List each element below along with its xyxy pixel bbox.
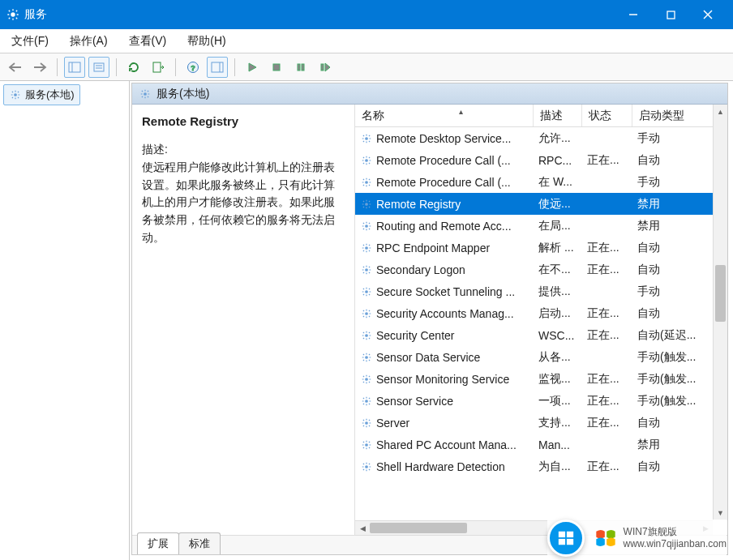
cell-description: 在不...: [534, 263, 582, 277]
cell-description: 提供...: [534, 284, 582, 299]
scroll-thumb[interactable]: [715, 265, 726, 322]
gear-icon: [360, 263, 373, 276]
svg-text:?: ?: [191, 63, 195, 71]
cell-description: WSC...: [534, 329, 582, 342]
menu-help[interactable]: 帮助(H): [182, 31, 230, 52]
table-row[interactable]: Sensor Data Service从各...手动(触发...: [355, 346, 727, 368]
close-button[interactable]: [689, 0, 727, 29]
nav-back-button[interactable]: [5, 57, 26, 78]
cell-startup-type: 手动(触发...: [632, 394, 714, 408]
tab-extended[interactable]: 扩展: [137, 532, 179, 554]
table-row[interactable]: Remote Registry使远...禁用: [355, 193, 727, 215]
cell-service-name: Sensor Monitoring Service: [355, 373, 534, 386]
watermark-line2: www.win7qijianban.com: [624, 538, 727, 550]
svg-point-22: [144, 92, 147, 96]
menu-view[interactable]: 查看(V): [124, 31, 172, 52]
column-header-startup-type[interactable]: 启动类型: [632, 105, 714, 126]
window-title: 服务: [24, 7, 615, 22]
action-pane-button[interactable]: [207, 57, 228, 78]
svg-marker-20: [325, 63, 330, 71]
gear-icon: [360, 373, 373, 386]
table-row[interactable]: RPC Endpoint Mapper解析 ...正在...自动: [355, 237, 727, 259]
stop-service-button[interactable]: [266, 57, 287, 78]
table-row[interactable]: Remote Desktop Service...允许...手动: [355, 127, 727, 149]
svg-rect-42: [567, 539, 573, 545]
service-name-text: Shared PC Account Mana...: [376, 438, 517, 451]
export-list-button[interactable]: [148, 57, 169, 78]
gear-icon: [9, 88, 22, 101]
cell-startup-type: 手动: [632, 284, 714, 299]
table-row[interactable]: Security Accounts Manag...启动...正在...自动: [355, 302, 727, 324]
cell-startup-type: 禁用: [632, 219, 714, 233]
table-row[interactable]: Routing and Remote Acc...在局...禁用: [355, 215, 727, 237]
scroll-thumb[interactable]: [370, 523, 467, 533]
tab-standard[interactable]: 标准: [178, 532, 221, 554]
vertical-scrollbar[interactable]: ▲ ▼: [713, 105, 727, 520]
service-name-text: Sensor Data Service: [376, 351, 480, 364]
table-row[interactable]: Shell Hardware Detection为自...正在...自动: [355, 455, 727, 477]
properties-button[interactable]: [88, 57, 109, 78]
scroll-up-arrow-icon[interactable]: ▲: [714, 105, 727, 119]
table-row[interactable]: Sensor Service一项...正在...手动(触发...: [355, 390, 727, 412]
scroll-track[interactable]: [714, 119, 727, 506]
cell-description: 从各...: [534, 350, 582, 365]
watermark-line1: WIN7旗舰版: [624, 526, 727, 538]
cell-status: 正在...: [582, 328, 632, 343]
gear-icon: [360, 438, 373, 451]
svg-point-26: [365, 203, 368, 206]
column-header-description[interactable]: 描述: [534, 105, 582, 126]
start-service-button[interactable]: [242, 57, 263, 78]
cell-startup-type: 自动(延迟...: [632, 328, 714, 343]
refresh-button[interactable]: [123, 57, 144, 78]
svg-point-35: [365, 400, 368, 403]
description-text: 使远程用户能修改此计算机上的注册表设置。如果此服务被终止，只有此计算机上的用户才…: [142, 159, 345, 246]
maximize-button[interactable]: [652, 0, 689, 29]
pause-service-button[interactable]: [290, 57, 311, 78]
table-row[interactable]: Remote Procedure Call (...在 W...手动: [355, 171, 727, 193]
service-name-text: RPC Endpoint Mapper: [376, 242, 490, 254]
service-name-text: Sensor Service: [376, 395, 453, 408]
table-row[interactable]: Shared PC Account Mana...Man...禁用: [355, 434, 727, 455]
column-header-name[interactable]: 名称: [355, 105, 534, 126]
cell-service-name: Remote Procedure Call (...: [355, 176, 534, 189]
nav-forward-button[interactable]: [29, 57, 50, 78]
cell-service-name: Remote Registry: [355, 198, 534, 211]
gear-icon: [360, 329, 373, 342]
watermark: WIN7旗舰版 www.win7qijianban.com: [547, 519, 727, 557]
table-row[interactable]: Server支持...正在...自动: [355, 412, 727, 434]
table-row[interactable]: Secure Socket Tunneling ...提供...手动: [355, 280, 727, 302]
tree-item-services-local[interactable]: 服务(本地): [3, 84, 80, 105]
main-area: 服务(本地) 服务(本地) Remote Registry 描述: 使远程用户能…: [0, 81, 733, 560]
service-name-text: Server: [376, 417, 409, 430]
table-row[interactable]: Sensor Monitoring Service监视...正在...手动(触发…: [355, 368, 727, 390]
console-tree: 服务(本地): [0, 81, 130, 560]
menu-file[interactable]: 文件(F): [6, 31, 54, 52]
scroll-down-arrow-icon[interactable]: ▼: [714, 506, 727, 520]
cell-startup-type: 手动: [632, 175, 714, 190]
toolbar-separator: [175, 58, 176, 76]
column-header-status[interactable]: 状态: [582, 105, 632, 126]
table-row[interactable]: Security CenterWSC...正在...自动(延迟...: [355, 324, 727, 346]
scroll-left-arrow-icon[interactable]: ◀: [355, 524, 370, 532]
svg-point-37: [365, 443, 368, 447]
svg-point-27: [365, 224, 368, 228]
minimize-button[interactable]: [615, 0, 652, 29]
service-name-text: Secure Socket Tunneling ...: [376, 285, 515, 298]
show-hide-console-tree-button[interactable]: [64, 57, 85, 78]
detail-column: Remote Registry 描述: 使远程用户能修改此计算机上的注册表设置。…: [132, 105, 355, 535]
svg-rect-7: [94, 63, 104, 71]
table-row[interactable]: Secondary Logon在不...正在...自动: [355, 259, 727, 280]
svg-marker-15: [249, 63, 256, 71]
menu-action[interactable]: 操作(A): [65, 31, 113, 52]
svg-point-25: [365, 181, 368, 184]
svg-rect-5: [69, 62, 80, 72]
gear-icon: [360, 351, 373, 364]
cell-status: 正在...: [582, 416, 632, 430]
restart-service-button[interactable]: [315, 57, 336, 78]
svg-rect-41: [558, 539, 564, 545]
cell-description: 启动...: [534, 306, 582, 321]
toolbar: ?: [0, 53, 733, 81]
help-button[interactable]: ?: [182, 57, 204, 78]
cell-service-name: Security Accounts Manag...: [355, 307, 534, 320]
table-row[interactable]: Remote Procedure Call (...RPC...正在...自动: [355, 149, 727, 171]
